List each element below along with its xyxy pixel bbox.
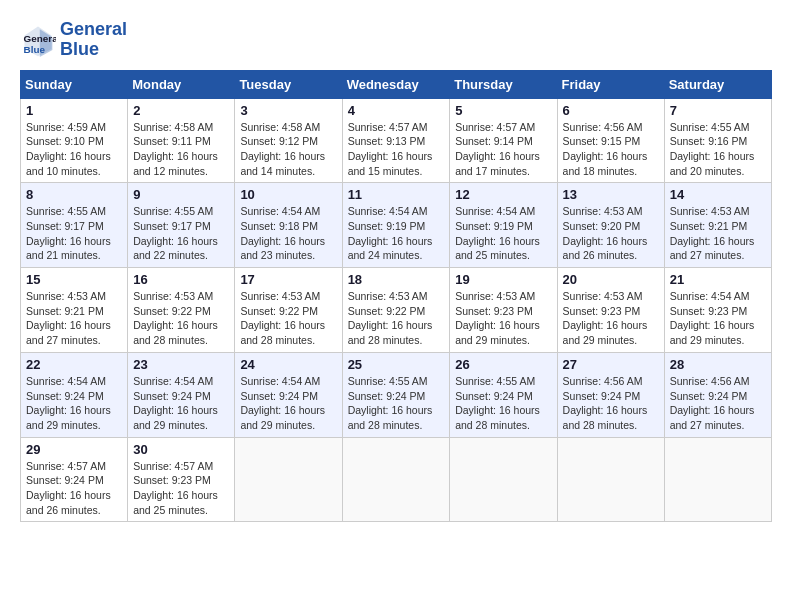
calendar-cell <box>557 437 664 522</box>
calendar-cell <box>235 437 342 522</box>
calendar-cell: 28Sunrise: 4:56 AMSunset: 9:24 PMDayligh… <box>664 352 771 437</box>
calendar: SundayMondayTuesdayWednesdayThursdayFrid… <box>20 70 772 523</box>
day-number: 23 <box>133 357 229 372</box>
day-number: 24 <box>240 357 336 372</box>
day-number: 30 <box>133 442 229 457</box>
calendar-week-2: 8Sunrise: 4:55 AMSunset: 9:17 PMDaylight… <box>21 183 772 268</box>
calendar-cell: 23Sunrise: 4:54 AMSunset: 9:24 PMDayligh… <box>128 352 235 437</box>
day-info: Sunrise: 4:53 AMSunset: 9:21 PMDaylight:… <box>26 289 122 348</box>
calendar-cell: 11Sunrise: 4:54 AMSunset: 9:19 PMDayligh… <box>342 183 450 268</box>
day-info: Sunrise: 4:54 AMSunset: 9:24 PMDaylight:… <box>133 374 229 433</box>
calendar-cell <box>342 437 450 522</box>
day-number: 29 <box>26 442 122 457</box>
day-number: 1 <box>26 103 122 118</box>
calendar-cell: 1Sunrise: 4:59 AMSunset: 9:10 PMDaylight… <box>21 98 128 183</box>
day-info: Sunrise: 4:53 AMSunset: 9:21 PMDaylight:… <box>670 204 766 263</box>
day-number: 8 <box>26 187 122 202</box>
header-wednesday: Wednesday <box>342 70 450 98</box>
logo: General Blue General Blue <box>20 20 127 60</box>
day-info: Sunrise: 4:57 AMSunset: 9:13 PMDaylight:… <box>348 120 445 179</box>
calendar-cell: 26Sunrise: 4:55 AMSunset: 9:24 PMDayligh… <box>450 352 557 437</box>
day-number: 27 <box>563 357 659 372</box>
day-info: Sunrise: 4:58 AMSunset: 9:11 PMDaylight:… <box>133 120 229 179</box>
logo-icon: General Blue <box>20 22 56 58</box>
day-number: 17 <box>240 272 336 287</box>
svg-text:Blue: Blue <box>24 43 46 54</box>
day-info: Sunrise: 4:55 AMSunset: 9:24 PMDaylight:… <box>455 374 551 433</box>
day-info: Sunrise: 4:57 AMSunset: 9:14 PMDaylight:… <box>455 120 551 179</box>
day-info: Sunrise: 4:53 AMSunset: 9:22 PMDaylight:… <box>240 289 336 348</box>
calendar-cell <box>664 437 771 522</box>
day-info: Sunrise: 4:56 AMSunset: 9:15 PMDaylight:… <box>563 120 659 179</box>
calendar-cell: 21Sunrise: 4:54 AMSunset: 9:23 PMDayligh… <box>664 268 771 353</box>
day-info: Sunrise: 4:56 AMSunset: 9:24 PMDaylight:… <box>563 374 659 433</box>
day-info: Sunrise: 4:56 AMSunset: 9:24 PMDaylight:… <box>670 374 766 433</box>
day-info: Sunrise: 4:53 AMSunset: 9:22 PMDaylight:… <box>133 289 229 348</box>
day-info: Sunrise: 4:54 AMSunset: 9:23 PMDaylight:… <box>670 289 766 348</box>
calendar-cell: 10Sunrise: 4:54 AMSunset: 9:18 PMDayligh… <box>235 183 342 268</box>
calendar-cell: 16Sunrise: 4:53 AMSunset: 9:22 PMDayligh… <box>128 268 235 353</box>
calendar-week-3: 15Sunrise: 4:53 AMSunset: 9:21 PMDayligh… <box>21 268 772 353</box>
header-saturday: Saturday <box>664 70 771 98</box>
day-number: 21 <box>670 272 766 287</box>
calendar-cell: 14Sunrise: 4:53 AMSunset: 9:21 PMDayligh… <box>664 183 771 268</box>
day-number: 18 <box>348 272 445 287</box>
header: General Blue General Blue <box>20 20 772 60</box>
calendar-cell: 18Sunrise: 4:53 AMSunset: 9:22 PMDayligh… <box>342 268 450 353</box>
day-number: 20 <box>563 272 659 287</box>
day-number: 28 <box>670 357 766 372</box>
day-number: 26 <box>455 357 551 372</box>
calendar-cell: 12Sunrise: 4:54 AMSunset: 9:19 PMDayligh… <box>450 183 557 268</box>
day-number: 4 <box>348 103 445 118</box>
day-info: Sunrise: 4:55 AMSunset: 9:17 PMDaylight:… <box>133 204 229 263</box>
day-number: 7 <box>670 103 766 118</box>
day-info: Sunrise: 4:53 AMSunset: 9:20 PMDaylight:… <box>563 204 659 263</box>
day-number: 3 <box>240 103 336 118</box>
calendar-cell: 15Sunrise: 4:53 AMSunset: 9:21 PMDayligh… <box>21 268 128 353</box>
day-number: 6 <box>563 103 659 118</box>
calendar-week-4: 22Sunrise: 4:54 AMSunset: 9:24 PMDayligh… <box>21 352 772 437</box>
day-info: Sunrise: 4:54 AMSunset: 9:24 PMDaylight:… <box>26 374 122 433</box>
calendar-week-1: 1Sunrise: 4:59 AMSunset: 9:10 PMDaylight… <box>21 98 772 183</box>
calendar-cell: 19Sunrise: 4:53 AMSunset: 9:23 PMDayligh… <box>450 268 557 353</box>
header-sunday: Sunday <box>21 70 128 98</box>
day-number: 12 <box>455 187 551 202</box>
day-info: Sunrise: 4:57 AMSunset: 9:24 PMDaylight:… <box>26 459 122 518</box>
day-number: 11 <box>348 187 445 202</box>
day-info: Sunrise: 4:53 AMSunset: 9:23 PMDaylight:… <box>455 289 551 348</box>
calendar-cell <box>450 437 557 522</box>
calendar-cell: 9Sunrise: 4:55 AMSunset: 9:17 PMDaylight… <box>128 183 235 268</box>
header-tuesday: Tuesday <box>235 70 342 98</box>
day-info: Sunrise: 4:54 AMSunset: 9:19 PMDaylight:… <box>348 204 445 263</box>
calendar-cell: 8Sunrise: 4:55 AMSunset: 9:17 PMDaylight… <box>21 183 128 268</box>
day-info: Sunrise: 4:53 AMSunset: 9:22 PMDaylight:… <box>348 289 445 348</box>
calendar-cell: 5Sunrise: 4:57 AMSunset: 9:14 PMDaylight… <box>450 98 557 183</box>
day-number: 2 <box>133 103 229 118</box>
calendar-header-row: SundayMondayTuesdayWednesdayThursdayFrid… <box>21 70 772 98</box>
day-number: 25 <box>348 357 445 372</box>
calendar-cell: 25Sunrise: 4:55 AMSunset: 9:24 PMDayligh… <box>342 352 450 437</box>
calendar-cell: 27Sunrise: 4:56 AMSunset: 9:24 PMDayligh… <box>557 352 664 437</box>
day-info: Sunrise: 4:55 AMSunset: 9:16 PMDaylight:… <box>670 120 766 179</box>
calendar-cell: 17Sunrise: 4:53 AMSunset: 9:22 PMDayligh… <box>235 268 342 353</box>
svg-text:General: General <box>24 33 56 44</box>
calendar-cell: 6Sunrise: 4:56 AMSunset: 9:15 PMDaylight… <box>557 98 664 183</box>
calendar-cell: 7Sunrise: 4:55 AMSunset: 9:16 PMDaylight… <box>664 98 771 183</box>
day-number: 16 <box>133 272 229 287</box>
calendar-cell: 2Sunrise: 4:58 AMSunset: 9:11 PMDaylight… <box>128 98 235 183</box>
day-number: 14 <box>670 187 766 202</box>
calendar-week-5: 29Sunrise: 4:57 AMSunset: 9:24 PMDayligh… <box>21 437 772 522</box>
calendar-cell: 4Sunrise: 4:57 AMSunset: 9:13 PMDaylight… <box>342 98 450 183</box>
day-number: 19 <box>455 272 551 287</box>
calendar-cell: 24Sunrise: 4:54 AMSunset: 9:24 PMDayligh… <box>235 352 342 437</box>
day-number: 9 <box>133 187 229 202</box>
day-info: Sunrise: 4:54 AMSunset: 9:18 PMDaylight:… <box>240 204 336 263</box>
day-info: Sunrise: 4:54 AMSunset: 9:19 PMDaylight:… <box>455 204 551 263</box>
header-friday: Friday <box>557 70 664 98</box>
calendar-cell: 3Sunrise: 4:58 AMSunset: 9:12 PMDaylight… <box>235 98 342 183</box>
day-number: 15 <box>26 272 122 287</box>
calendar-cell: 30Sunrise: 4:57 AMSunset: 9:23 PMDayligh… <box>128 437 235 522</box>
calendar-cell: 13Sunrise: 4:53 AMSunset: 9:20 PMDayligh… <box>557 183 664 268</box>
day-number: 13 <box>563 187 659 202</box>
day-info: Sunrise: 4:55 AMSunset: 9:17 PMDaylight:… <box>26 204 122 263</box>
